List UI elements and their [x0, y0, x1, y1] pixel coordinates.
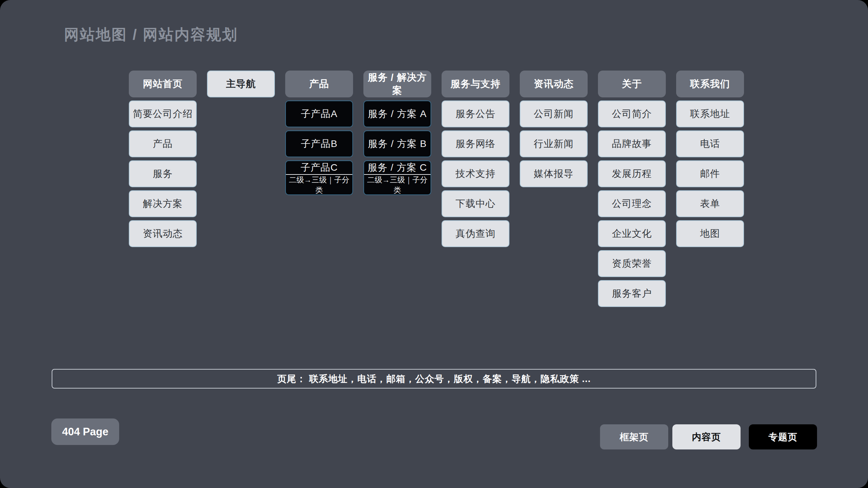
node-box[interactable]: 子产品C二级→三级｜子分类 — [285, 160, 353, 195]
node-box[interactable]: 简要公司介绍 — [129, 100, 197, 127]
node-box[interactable]: 公司新闻 — [520, 100, 588, 127]
node-box[interactable]: 服务 / 方案 C二级→三级｜子分类 — [363, 160, 431, 195]
column-header-node[interactable]: 产品 — [285, 71, 353, 97]
node-box[interactable]: 服务客户 — [598, 280, 666, 307]
node-sublabel: 二级→三级｜子分类 — [364, 175, 431, 195]
node-box[interactable]: 联系地址 — [676, 100, 744, 127]
node-box[interactable]: 真伪查询 — [442, 220, 509, 247]
column-header-node[interactable]: 服务 / 解决方案 — [363, 71, 431, 97]
legend-topic-page[interactable]: 专题页 — [749, 424, 817, 449]
node-box[interactable]: 服务公告 — [442, 100, 509, 127]
sitemap-columns: 网站首页简要公司介绍产品服务解决方案资讯动态主导航产品子产品A子产品B子产品C二… — [129, 71, 744, 307]
node-box[interactable]: 产品 — [129, 130, 197, 157]
node-box[interactable]: 资质荣誉 — [598, 250, 666, 277]
column-header-node[interactable]: 网站首页 — [129, 71, 197, 97]
column-header-node[interactable]: 资讯动态 — [520, 71, 588, 97]
node-box[interactable]: 解决方案 — [129, 190, 197, 217]
node-box[interactable]: 公司简介 — [598, 100, 666, 127]
sitemap-column-4: 服务 / 解决方案服务 / 方案 A服务 / 方案 B服务 / 方案 C二级→三… — [363, 71, 431, 307]
column-header-node[interactable]: 联系我们 — [676, 71, 744, 97]
node-box[interactable]: 公司理念 — [598, 190, 666, 217]
sitemap-column-2: 主导航 — [207, 71, 275, 307]
node-box[interactable]: 服务 / 方案 B — [363, 130, 431, 157]
page-404-node[interactable]: 404 Page — [51, 418, 119, 445]
node-box[interactable]: 子产品B — [285, 130, 353, 157]
node-box[interactable]: 行业新闻 — [520, 130, 588, 157]
node-box[interactable]: 电话 — [676, 130, 744, 157]
footer-summary-box[interactable]: 页尾： 联系地址，电话，邮箱，公众号，版权，备案，导航，隐私政策 ... — [52, 369, 816, 389]
legend-frame-page[interactable]: 框架页 — [600, 424, 668, 449]
diagram-panel: 网站地图 / 网站内容规划 网站首页简要公司介绍产品服务解决方案资讯动态主导航产… — [0, 0, 868, 488]
node-box[interactable]: 表单 — [676, 190, 744, 217]
node-label: 子产品C — [286, 161, 352, 174]
sitemap-column-8: 联系我们联系地址电话邮件表单地图 — [676, 71, 744, 307]
sitemap-column-3: 产品子产品A子产品B子产品C二级→三级｜子分类 — [285, 71, 353, 307]
sitemap-column-1: 网站首页简要公司介绍产品服务解决方案资讯动态 — [129, 71, 197, 307]
node-box[interactable]: 子产品A — [285, 100, 353, 127]
node-sublabel: 二级→三级｜子分类 — [286, 175, 352, 195]
node-box[interactable]: 品牌故事 — [598, 130, 666, 157]
legend-content-page[interactable]: 内容页 — [672, 424, 741, 449]
sitemap-column-7: 关于公司简介品牌故事发展历程公司理念企业文化资质荣誉服务客户 — [598, 71, 666, 307]
node-box[interactable]: 下载中心 — [442, 190, 509, 217]
node-box[interactable]: 企业文化 — [598, 220, 666, 247]
node-box[interactable]: 服务 — [129, 160, 197, 187]
sitemap-column-6: 资讯动态公司新闻行业新闻媒体报导 — [520, 71, 588, 307]
sitemap-column-5: 服务与支持服务公告服务网络技术支持下载中心真伪查询 — [442, 71, 509, 307]
node-box[interactable]: 资讯动态 — [129, 220, 197, 247]
node-box[interactable]: 发展历程 — [598, 160, 666, 187]
column-header-node[interactable]: 关于 — [598, 71, 666, 97]
sitemap-canvas: 网站地图 / 网站内容规划 网站首页简要公司介绍产品服务解决方案资讯动态主导航产… — [0, 0, 868, 488]
node-box[interactable]: 服务网络 — [442, 130, 509, 157]
column-header-node[interactable]: 服务与支持 — [442, 71, 509, 97]
node-box[interactable]: 媒体报导 — [520, 160, 588, 187]
column-header-node[interactable]: 主导航 — [207, 71, 275, 97]
node-label: 服务 / 方案 C — [364, 161, 431, 174]
node-box[interactable]: 技术支持 — [442, 160, 509, 187]
page-title: 网站地图 / 网站内容规划 — [64, 25, 238, 45]
node-box[interactable]: 地图 — [676, 220, 744, 247]
node-box[interactable]: 邮件 — [676, 160, 744, 187]
node-box[interactable]: 服务 / 方案 A — [363, 100, 431, 127]
